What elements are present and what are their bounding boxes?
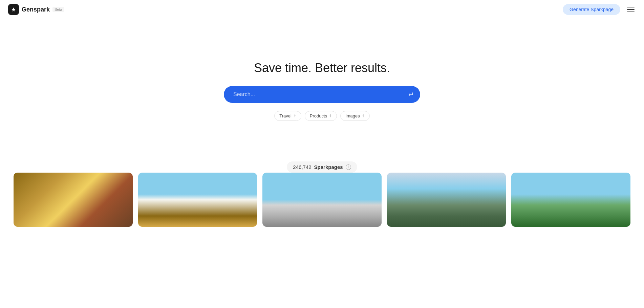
counter-line-left xyxy=(217,167,281,167)
header-left: Genspark Beta xyxy=(8,4,64,15)
suggestion-pills: Travel ↗ Products ↗ Images ↗ xyxy=(274,111,370,121)
pill-images-label: Images xyxy=(345,113,360,118)
pill-images-arrow: ↗ xyxy=(361,113,366,119)
main-content: Save time. Better results. ↵ Travel ↗ Pr… xyxy=(0,0,644,227)
menu-line-1 xyxy=(627,7,635,7)
generate-sparkpage-button[interactable]: Generate Sparkpage xyxy=(563,4,620,15)
image-card-2[interactable] xyxy=(138,173,257,227)
sparkpages-label: Sparkpages xyxy=(314,164,343,170)
header-right: Generate Sparkpage xyxy=(563,4,636,15)
counter-line-right xyxy=(363,167,427,167)
search-input[interactable] xyxy=(224,86,420,103)
info-icon[interactable]: i xyxy=(346,164,351,170)
hamburger-menu-button[interactable] xyxy=(626,5,636,14)
image-card-4[interactable] xyxy=(387,173,506,227)
pill-travel[interactable]: Travel ↗ xyxy=(274,111,301,121)
sparkpages-count: 246,742 xyxy=(293,164,311,170)
image-card-5[interactable] xyxy=(511,173,630,227)
pill-travel-arrow: ↗ xyxy=(292,113,298,119)
info-icon-text: i xyxy=(348,165,349,169)
header: Genspark Beta Generate Sparkpage xyxy=(0,0,644,19)
pill-travel-label: Travel xyxy=(279,113,292,118)
image-card-1[interactable] xyxy=(14,173,133,227)
image-card-3[interactable] xyxy=(262,173,382,227)
counter-badge: 246,742 Sparkpages i xyxy=(287,161,357,173)
counter-badge-wrap: 246,742 Sparkpages i xyxy=(281,161,362,173)
pill-products[interactable]: Products ↗ xyxy=(305,111,337,121)
hero-section: Save time. Better results. ↵ Travel ↗ Pr… xyxy=(0,20,644,148)
logo-text: Genspark xyxy=(22,6,50,13)
sparkpages-section: 246,742 Sparkpages i xyxy=(0,161,644,227)
sparkpages-counter-row: 246,742 Sparkpages i xyxy=(217,161,427,173)
pill-products-arrow: ↗ xyxy=(328,113,333,119)
beta-badge: Beta xyxy=(52,7,64,12)
pill-products-label: Products xyxy=(310,113,327,118)
menu-line-3 xyxy=(627,12,635,12)
image-grid xyxy=(0,173,644,227)
menu-line-2 xyxy=(627,9,635,10)
hero-title: Save time. Better results. xyxy=(254,61,390,75)
pill-images[interactable]: Images ↗ xyxy=(340,111,370,121)
logo-icon xyxy=(8,4,19,15)
search-container: ↵ xyxy=(224,86,420,103)
